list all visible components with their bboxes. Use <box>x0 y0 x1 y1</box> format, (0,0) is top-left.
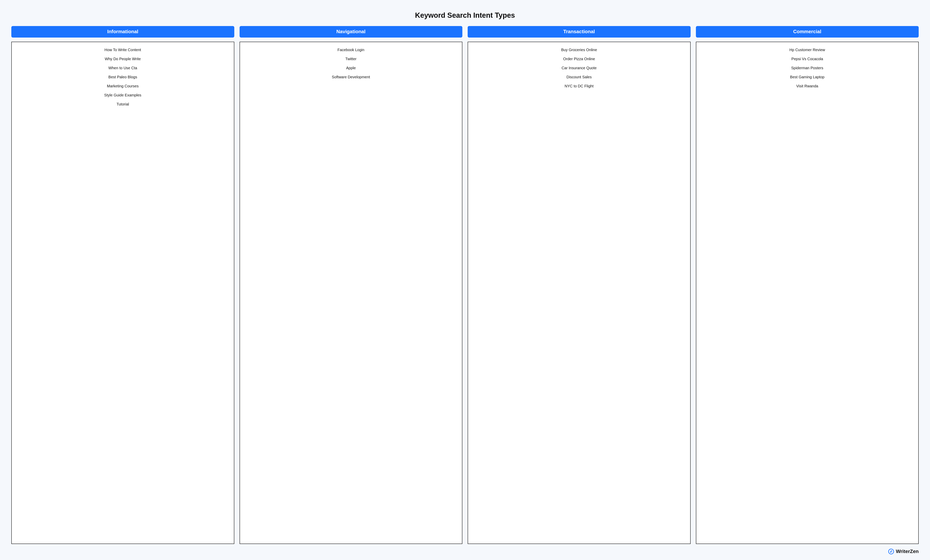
list-item: Tutorial <box>117 102 129 107</box>
list-item: Why Do People Write <box>105 57 141 61</box>
brand-logo: WriterZen <box>888 548 919 554</box>
list-item: NYC to DC Flight <box>565 84 594 89</box>
list-item: Facebook Login <box>337 48 364 52</box>
list-item: Spiderman Posters <box>791 66 823 71</box>
intent-column-header-navigational: Navigational <box>240 26 462 38</box>
list-item: Pepsi Vs Cocacola <box>791 57 823 61</box>
list-item: Marketing Courses <box>107 84 139 89</box>
intent-column-body-navigational: Facebook LoginTwitterAppleSoftware Devel… <box>240 42 462 544</box>
list-item: Order Pizza Online <box>563 57 595 61</box>
intent-column-header-informational: Informational <box>11 26 234 38</box>
intent-column-informational: InformationalHow To Write ContentWhy Do … <box>11 26 234 544</box>
list-item: Best Gaming Laptop <box>790 75 824 80</box>
page-title: Keyword Search Intent Types <box>11 11 919 20</box>
intent-column-header-commercial: Commercial <box>696 26 919 38</box>
brand-name: WriterZen <box>896 548 919 554</box>
list-item: Best Paleo Blogs <box>108 75 137 80</box>
list-item: Buy Groceries Online <box>561 48 597 52</box>
footer: WriterZen <box>11 548 919 554</box>
list-item: How To Write Content <box>105 48 141 52</box>
list-item: Visit Rwanda <box>796 84 818 89</box>
intent-column-navigational: NavigationalFacebook LoginTwitterAppleSo… <box>240 26 462 544</box>
intent-column-header-transactional: Transactional <box>468 26 691 38</box>
intent-column-body-commercial: Hp Customer ReviewPepsi Vs CocacolaSpide… <box>696 42 919 544</box>
list-item: Discount Sales <box>567 75 592 80</box>
list-item: Twitter <box>345 57 356 61</box>
list-item: Style Guide Examples <box>104 93 142 98</box>
list-item: Hp Customer Review <box>789 48 825 52</box>
intent-column-body-transactional: Buy Groceries OnlineOrder Pizza OnlineCa… <box>468 42 691 544</box>
list-item: Apple <box>346 66 356 71</box>
list-item: Software Development <box>332 75 370 80</box>
intent-column-commercial: CommercialHp Customer ReviewPepsi Vs Coc… <box>696 26 919 544</box>
list-item: Car Insurance Quote <box>562 66 597 71</box>
intent-column-transactional: TransactionalBuy Groceries OnlineOrder P… <box>468 26 691 544</box>
list-item: When to Use Cta <box>108 66 137 71</box>
rocket-icon <box>888 548 895 555</box>
intent-column-body-informational: How To Write ContentWhy Do People WriteW… <box>11 42 234 544</box>
intent-grid: InformationalHow To Write ContentWhy Do … <box>11 26 919 544</box>
